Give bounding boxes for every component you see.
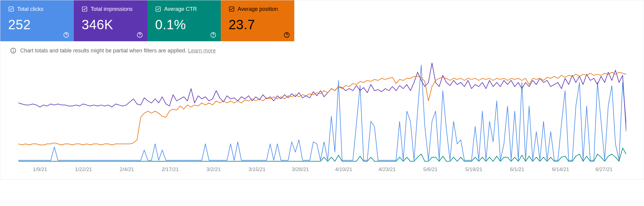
info-icon	[10, 47, 17, 54]
card-average-ctr[interactable]: Average CTR 0.1%	[147, 0, 221, 41]
checkbox-checked-icon	[229, 6, 235, 12]
x-tick-label: 3/15/21	[235, 167, 279, 173]
card-value: 0.1%	[155, 17, 214, 32]
checkbox-checked-icon	[8, 6, 14, 12]
card-value: 346K	[82, 17, 141, 32]
svg-point-5	[139, 36, 140, 36]
x-tick-label: 5/19/21	[452, 167, 496, 173]
x-tick-label: 5/6/21	[409, 167, 452, 173]
svg-point-11	[286, 36, 287, 36]
checkbox-checked-icon	[155, 6, 161, 12]
performance-panel: Total clicks 252 Total impressions 346K …	[0, 0, 644, 179]
metric-cards: Total clicks 252 Total impressions 346K …	[0, 0, 644, 41]
card-label: Total impressions	[91, 6, 133, 12]
help-icon[interactable]	[283, 32, 290, 38]
x-axis-labels: 1/9/211/22/212/4/212/17/213/2/213/15/213…	[18, 162, 626, 173]
help-icon[interactable]	[210, 32, 217, 38]
card-total-clicks[interactable]: Total clicks 252	[0, 0, 74, 41]
x-tick-label: 4/23/21	[365, 167, 409, 173]
help-icon[interactable]	[136, 32, 143, 38]
svg-point-14	[13, 49, 14, 50]
card-value: 252	[8, 17, 67, 32]
x-tick-label: 3/2/21	[192, 167, 235, 173]
x-tick-label: 1/9/21	[18, 167, 62, 173]
x-tick-label: 3/28/21	[279, 167, 322, 173]
x-tick-label: 6/14/21	[539, 167, 582, 173]
card-total-impressions[interactable]: Total impressions 346K	[74, 0, 147, 41]
series-impressions	[18, 63, 626, 132]
svg-point-2	[66, 36, 66, 36]
card-label: Average CTR	[164, 6, 197, 12]
x-tick-label: 1/22/21	[62, 167, 105, 173]
x-tick-label: 2/4/21	[105, 167, 148, 173]
card-label: Total clicks	[17, 6, 43, 12]
card-average-position[interactable]: Average position 23.7	[221, 0, 294, 41]
card-value: 23.7	[229, 17, 288, 32]
x-tick-label: 2/17/21	[148, 167, 192, 173]
help-icon[interactable]	[63, 32, 70, 38]
svg-point-8	[213, 36, 213, 36]
x-tick-label: 6/27/21	[582, 167, 626, 173]
x-tick-label: 6/1/21	[496, 167, 539, 173]
learn-more-link[interactable]: Learn more	[188, 48, 216, 54]
notice-text: Chart totals and table results might be …	[20, 48, 188, 54]
line-chart[interactable]	[18, 60, 626, 162]
chart-area: 1/9/211/22/212/4/212/17/213/2/213/15/213…	[0, 60, 644, 179]
card-label: Average position	[238, 6, 278, 12]
x-tick-label: 4/10/21	[322, 167, 365, 173]
checkbox-checked-icon	[82, 6, 88, 12]
partial-data-notice: Chart totals and table results might be …	[0, 41, 644, 60]
